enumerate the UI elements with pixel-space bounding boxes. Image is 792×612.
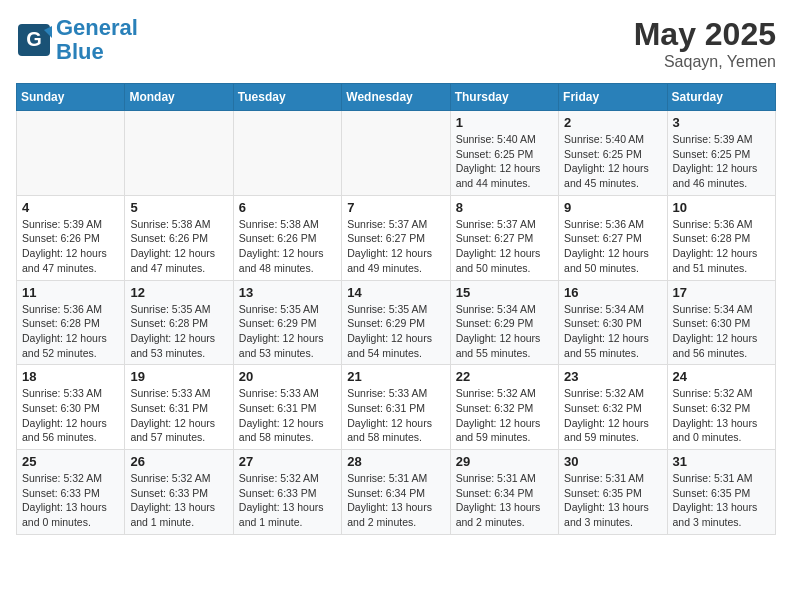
calendar-day-22: 22Sunrise: 5:32 AMSunset: 6:32 PMDayligh… xyxy=(450,365,558,450)
calendar-week-row: 25Sunrise: 5:32 AMSunset: 6:33 PMDayligh… xyxy=(17,450,776,535)
calendar-day-1: 1Sunrise: 5:40 AMSunset: 6:25 PMDaylight… xyxy=(450,111,558,196)
calendar-day-21: 21Sunrise: 5:33 AMSunset: 6:31 PMDayligh… xyxy=(342,365,450,450)
day-info: Sunrise: 5:33 AMSunset: 6:31 PMDaylight:… xyxy=(239,386,336,445)
weekday-header-wednesday: Wednesday xyxy=(342,84,450,111)
day-info: Sunrise: 5:31 AMSunset: 6:35 PMDaylight:… xyxy=(673,471,770,530)
calendar-empty xyxy=(233,111,341,196)
day-number: 18 xyxy=(22,369,119,384)
day-info: Sunrise: 5:34 AMSunset: 6:29 PMDaylight:… xyxy=(456,302,553,361)
calendar-day-3: 3Sunrise: 5:39 AMSunset: 6:25 PMDaylight… xyxy=(667,111,775,196)
calendar-week-row: 18Sunrise: 5:33 AMSunset: 6:30 PMDayligh… xyxy=(17,365,776,450)
day-info: Sunrise: 5:40 AMSunset: 6:25 PMDaylight:… xyxy=(564,132,661,191)
calendar-day-2: 2Sunrise: 5:40 AMSunset: 6:25 PMDaylight… xyxy=(559,111,667,196)
day-info: Sunrise: 5:36 AMSunset: 6:27 PMDaylight:… xyxy=(564,217,661,276)
weekday-header-thursday: Thursday xyxy=(450,84,558,111)
calendar-day-9: 9Sunrise: 5:36 AMSunset: 6:27 PMDaylight… xyxy=(559,195,667,280)
calendar-day-25: 25Sunrise: 5:32 AMSunset: 6:33 PMDayligh… xyxy=(17,450,125,535)
day-number: 12 xyxy=(130,285,227,300)
day-number: 4 xyxy=(22,200,119,215)
calendar-empty xyxy=(125,111,233,196)
calendar-day-17: 17Sunrise: 5:34 AMSunset: 6:30 PMDayligh… xyxy=(667,280,775,365)
weekday-header-saturday: Saturday xyxy=(667,84,775,111)
calendar-day-8: 8Sunrise: 5:37 AMSunset: 6:27 PMDaylight… xyxy=(450,195,558,280)
calendar-empty xyxy=(342,111,450,196)
svg-text:G: G xyxy=(26,28,42,50)
calendar-day-27: 27Sunrise: 5:32 AMSunset: 6:33 PMDayligh… xyxy=(233,450,341,535)
day-info: Sunrise: 5:39 AMSunset: 6:26 PMDaylight:… xyxy=(22,217,119,276)
logo-general: General xyxy=(56,15,138,40)
day-number: 19 xyxy=(130,369,227,384)
weekday-header-row: SundayMondayTuesdayWednesdayThursdayFrid… xyxy=(17,84,776,111)
day-number: 3 xyxy=(673,115,770,130)
day-info: Sunrise: 5:35 AMSunset: 6:29 PMDaylight:… xyxy=(239,302,336,361)
day-info: Sunrise: 5:35 AMSunset: 6:29 PMDaylight:… xyxy=(347,302,444,361)
day-number: 16 xyxy=(564,285,661,300)
weekday-header-sunday: Sunday xyxy=(17,84,125,111)
calendar-day-30: 30Sunrise: 5:31 AMSunset: 6:35 PMDayligh… xyxy=(559,450,667,535)
day-info: Sunrise: 5:35 AMSunset: 6:28 PMDaylight:… xyxy=(130,302,227,361)
calendar-day-23: 23Sunrise: 5:32 AMSunset: 6:32 PMDayligh… xyxy=(559,365,667,450)
day-number: 21 xyxy=(347,369,444,384)
day-number: 9 xyxy=(564,200,661,215)
calendar-day-18: 18Sunrise: 5:33 AMSunset: 6:30 PMDayligh… xyxy=(17,365,125,450)
day-number: 24 xyxy=(673,369,770,384)
day-number: 23 xyxy=(564,369,661,384)
day-info: Sunrise: 5:33 AMSunset: 6:31 PMDaylight:… xyxy=(130,386,227,445)
day-info: Sunrise: 5:32 AMSunset: 6:32 PMDaylight:… xyxy=(564,386,661,445)
day-info: Sunrise: 5:36 AMSunset: 6:28 PMDaylight:… xyxy=(673,217,770,276)
weekday-header-tuesday: Tuesday xyxy=(233,84,341,111)
day-number: 11 xyxy=(22,285,119,300)
calendar-day-20: 20Sunrise: 5:33 AMSunset: 6:31 PMDayligh… xyxy=(233,365,341,450)
day-number: 1 xyxy=(456,115,553,130)
day-number: 31 xyxy=(673,454,770,469)
day-info: Sunrise: 5:32 AMSunset: 6:33 PMDaylight:… xyxy=(239,471,336,530)
calendar-day-10: 10Sunrise: 5:36 AMSunset: 6:28 PMDayligh… xyxy=(667,195,775,280)
day-number: 26 xyxy=(130,454,227,469)
calendar-day-11: 11Sunrise: 5:36 AMSunset: 6:28 PMDayligh… xyxy=(17,280,125,365)
weekday-header-friday: Friday xyxy=(559,84,667,111)
day-info: Sunrise: 5:31 AMSunset: 6:34 PMDaylight:… xyxy=(347,471,444,530)
calendar-day-5: 5Sunrise: 5:38 AMSunset: 6:26 PMDaylight… xyxy=(125,195,233,280)
calendar-day-31: 31Sunrise: 5:31 AMSunset: 6:35 PMDayligh… xyxy=(667,450,775,535)
calendar-day-12: 12Sunrise: 5:35 AMSunset: 6:28 PMDayligh… xyxy=(125,280,233,365)
day-number: 2 xyxy=(564,115,661,130)
calendar-week-row: 1Sunrise: 5:40 AMSunset: 6:25 PMDaylight… xyxy=(17,111,776,196)
day-info: Sunrise: 5:34 AMSunset: 6:30 PMDaylight:… xyxy=(564,302,661,361)
day-info: Sunrise: 5:31 AMSunset: 6:35 PMDaylight:… xyxy=(564,471,661,530)
day-info: Sunrise: 5:33 AMSunset: 6:31 PMDaylight:… xyxy=(347,386,444,445)
calendar-week-row: 4Sunrise: 5:39 AMSunset: 6:26 PMDaylight… xyxy=(17,195,776,280)
calendar-day-28: 28Sunrise: 5:31 AMSunset: 6:34 PMDayligh… xyxy=(342,450,450,535)
calendar-week-row: 11Sunrise: 5:36 AMSunset: 6:28 PMDayligh… xyxy=(17,280,776,365)
day-number: 30 xyxy=(564,454,661,469)
day-number: 7 xyxy=(347,200,444,215)
day-number: 25 xyxy=(22,454,119,469)
day-number: 6 xyxy=(239,200,336,215)
day-info: Sunrise: 5:31 AMSunset: 6:34 PMDaylight:… xyxy=(456,471,553,530)
calendar-day-4: 4Sunrise: 5:39 AMSunset: 6:26 PMDaylight… xyxy=(17,195,125,280)
logo-icon: G xyxy=(16,22,52,58)
calendar-day-26: 26Sunrise: 5:32 AMSunset: 6:33 PMDayligh… xyxy=(125,450,233,535)
day-number: 5 xyxy=(130,200,227,215)
location: Saqayn, Yemen xyxy=(634,53,776,71)
logo: G General Blue xyxy=(16,16,138,64)
day-number: 17 xyxy=(673,285,770,300)
day-number: 29 xyxy=(456,454,553,469)
calendar-day-24: 24Sunrise: 5:32 AMSunset: 6:32 PMDayligh… xyxy=(667,365,775,450)
calendar-table: SundayMondayTuesdayWednesdayThursdayFrid… xyxy=(16,83,776,535)
day-info: Sunrise: 5:40 AMSunset: 6:25 PMDaylight:… xyxy=(456,132,553,191)
day-info: Sunrise: 5:37 AMSunset: 6:27 PMDaylight:… xyxy=(456,217,553,276)
calendar-day-6: 6Sunrise: 5:38 AMSunset: 6:26 PMDaylight… xyxy=(233,195,341,280)
day-number: 28 xyxy=(347,454,444,469)
day-info: Sunrise: 5:37 AMSunset: 6:27 PMDaylight:… xyxy=(347,217,444,276)
calendar-day-16: 16Sunrise: 5:34 AMSunset: 6:30 PMDayligh… xyxy=(559,280,667,365)
day-number: 10 xyxy=(673,200,770,215)
page-header: G General Blue May 2025 Saqayn, Yemen xyxy=(16,16,776,71)
day-info: Sunrise: 5:36 AMSunset: 6:28 PMDaylight:… xyxy=(22,302,119,361)
logo-blue: Blue xyxy=(56,39,104,64)
day-info: Sunrise: 5:32 AMSunset: 6:32 PMDaylight:… xyxy=(673,386,770,445)
calendar-day-15: 15Sunrise: 5:34 AMSunset: 6:29 PMDayligh… xyxy=(450,280,558,365)
day-info: Sunrise: 5:33 AMSunset: 6:30 PMDaylight:… xyxy=(22,386,119,445)
calendar-day-29: 29Sunrise: 5:31 AMSunset: 6:34 PMDayligh… xyxy=(450,450,558,535)
day-number: 13 xyxy=(239,285,336,300)
calendar-empty xyxy=(17,111,125,196)
